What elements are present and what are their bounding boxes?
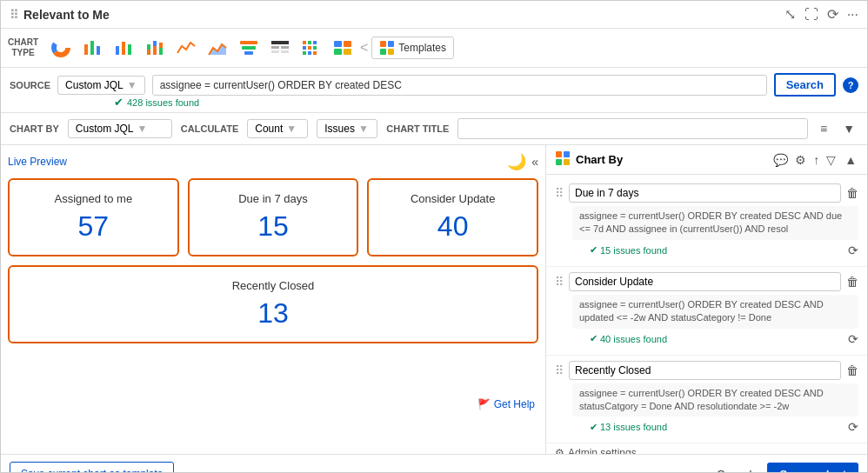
header: ⠿ Relevant to Me ⤡ ⛶ ⟳ ···: [1, 1, 867, 29]
svg-rect-33: [334, 41, 342, 47]
series-drag-handle-1[interactable]: ⠿: [555, 275, 564, 289]
admin-settings-label: Admin settings: [568, 447, 637, 454]
calculate-unit-arrow: ▼: [358, 123, 369, 135]
chart-stacked-bar-icon[interactable]: [141, 34, 169, 62]
series-update-refresh-btn[interactable]: ⟳: [848, 332, 858, 346]
admin-settings-link[interactable]: ⚙ Admin settings: [546, 443, 867, 454]
header-title-area: ⠿ Relevant to Me: [10, 8, 110, 22]
metric-title-assigned: Assigned to me: [18, 192, 169, 205]
save-template-button[interactable]: Save current chart as template: [10, 462, 174, 473]
svg-rect-22: [271, 50, 279, 53]
source-jql-input[interactable]: [152, 75, 767, 96]
svg-rect-38: [388, 41, 394, 47]
save-gadget-button[interactable]: Save gadget: [767, 463, 858, 474]
calculate-dropdown[interactable]: Count ▼: [247, 119, 308, 138]
svg-rect-30: [303, 51, 306, 55]
series-drag-handle-2[interactable]: ⠿: [555, 363, 564, 377]
issues-found-text: 428 issues found: [127, 97, 199, 108]
series-due-refresh-btn[interactable]: ⟳: [848, 243, 858, 257]
chart-grid-icon[interactable]: [329, 34, 357, 62]
preview-icons: 🌙 «: [507, 152, 538, 171]
chart-title-input[interactable]: [457, 118, 808, 139]
metric-card-assigned: Assigned to me 57: [8, 178, 179, 256]
metric-value-closed: 13: [18, 297, 528, 330]
chart-title-expand-icon[interactable]: ▼: [839, 120, 858, 137]
svg-rect-35: [334, 49, 342, 55]
metric-grid: Assigned to me 57 Due in 7 days 15 Consi…: [8, 178, 538, 256]
chart-by-dropdown-arrow: ▼: [137, 123, 148, 135]
series-closed-name-input[interactable]: [569, 361, 841, 380]
metric-value-assigned: 57: [18, 210, 169, 243]
chart-by-label: CHART BY: [10, 123, 59, 134]
panel-filter-icon[interactable]: ▽: [826, 153, 836, 167]
panel-chat-icon[interactable]: 💬: [773, 153, 788, 167]
svg-rect-31: [308, 51, 311, 55]
chart-title-label: CHART TITLE: [386, 123, 449, 134]
admin-gear-icon: ⚙: [555, 447, 564, 454]
search-button[interactable]: Search: [774, 73, 836, 97]
live-preview-label: Live Preview: [8, 156, 67, 168]
more-icon[interactable]: ···: [847, 7, 858, 23]
get-help-label: Get Help: [494, 398, 535, 410]
minimize-icon[interactable]: ⤡: [785, 6, 796, 23]
series-due-name-input[interactable]: [569, 183, 841, 203]
series-closed-delete-btn[interactable]: 🗑: [846, 363, 858, 377]
chart-bar-blue-icon[interactable]: [110, 34, 137, 62]
refresh-icon[interactable]: ⟳: [827, 6, 838, 23]
svg-rect-14: [159, 43, 163, 48]
chart-heat-table-icon[interactable]: [297, 34, 325, 62]
svg-rect-36: [344, 49, 351, 55]
chart-table-icon[interactable]: [266, 34, 294, 62]
chart-area-icon[interactable]: [204, 34, 231, 62]
chart-by-dropdown[interactable]: Custom JQL ▼: [68, 119, 172, 138]
series-update-name-input[interactable]: [569, 272, 841, 291]
panel-share-icon[interactable]: ↑: [813, 153, 819, 167]
grip-icon: ⠿: [10, 8, 18, 22]
right-panel: Chart By 💬 ⚙ ↑ ▽ ▲ ⠿ 🗑 assignee: [545, 145, 867, 454]
svg-rect-27: [303, 46, 306, 50]
calculate-unit-dropdown[interactable]: Issues ▼: [317, 119, 377, 138]
chart-donut-icon[interactable]: [47, 34, 75, 62]
svg-rect-12: [153, 41, 157, 46]
series-closed-refresh-btn[interactable]: ⟳: [848, 420, 858, 434]
series-closed-actions: 🗑: [846, 363, 858, 377]
chart-funnel-icon[interactable]: [235, 34, 263, 62]
preview-moon-icon[interactable]: 🌙: [507, 152, 526, 171]
svg-rect-8: [128, 44, 131, 55]
source-dropdown[interactable]: Custom JQL ▼: [57, 76, 145, 95]
metric-title-closed: Recently Closed: [18, 279, 528, 292]
chart-by-bar: CHART BY Custom JQL ▼ CALCULATE Count ▼ …: [1, 113, 867, 145]
source-dropdown-arrow: ▼: [127, 79, 137, 91]
help-icon[interactable]: ?: [843, 77, 858, 93]
calculate-unit-value: Issues: [324, 123, 355, 135]
templates-label: Templates: [398, 42, 446, 54]
series-update-header: ⠿ 🗑: [555, 272, 858, 291]
chart-bar-orange-icon[interactable]: [78, 34, 106, 62]
templates-button[interactable]: Templates: [371, 37, 454, 59]
svg-rect-20: [271, 46, 279, 49]
series-due-delete-btn[interactable]: 🗑: [846, 186, 858, 200]
preview-collapse-icon[interactable]: «: [531, 155, 538, 169]
svg-rect-39: [380, 49, 386, 55]
series-update-delete-btn[interactable]: 🗑: [846, 275, 858, 289]
svg-rect-21: [281, 46, 289, 49]
cancel-button[interactable]: Cancel: [708, 463, 760, 474]
series-item-closed: ⠿ 🗑 assignee = currentUser() ORDER BY cr…: [546, 356, 867, 444]
series-drag-handle-0[interactable]: ⠿: [555, 186, 564, 200]
series-update-actions: 🗑: [846, 275, 858, 289]
right-panel-header: Chart By 💬 ⚙ ↑ ▽ ▲: [546, 145, 867, 175]
get-help-link[interactable]: 🚩 Get Help: [477, 398, 535, 410]
svg-rect-6: [116, 46, 119, 55]
svg-rect-37: [380, 41, 386, 47]
chart-by-value: Custom JQL: [76, 123, 134, 135]
chevron-left-icon[interactable]: <: [360, 40, 368, 56]
chart-title-menu-icon[interactable]: ≡: [817, 120, 831, 137]
series-due-jql: assignee = currentUser() ORDER BY create…: [572, 206, 858, 240]
footer: Save current chart as template Cancel Sa…: [1, 454, 867, 473]
panel-gear-icon[interactable]: ⚙: [795, 153, 806, 167]
footer-right: Cancel Save gadget: [708, 463, 858, 474]
expand-icon[interactable]: ⛶: [805, 7, 818, 23]
panel-collapse-btn[interactable]: ▲: [843, 151, 858, 169]
chart-type-label: CHART TYPE: [8, 37, 38, 58]
chart-line-icon[interactable]: [172, 34, 200, 62]
